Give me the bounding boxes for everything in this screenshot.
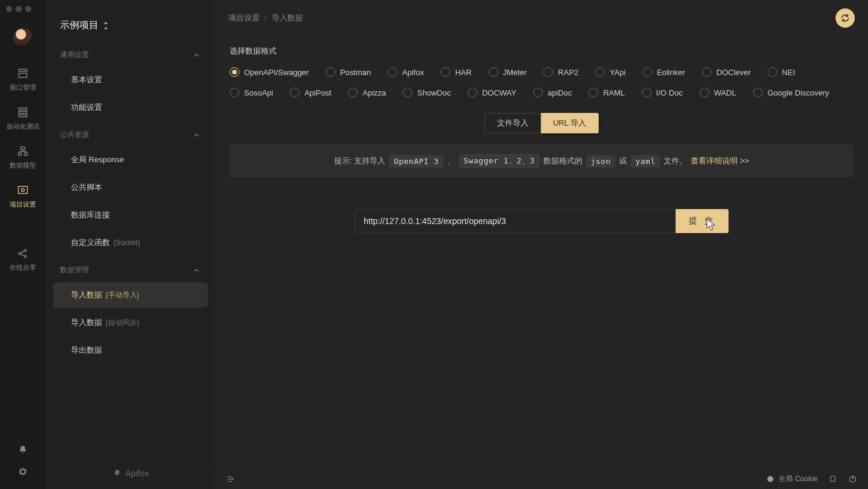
format-option[interactable]: SosoApi — [230, 88, 273, 97]
refresh-icon — [840, 13, 850, 23]
model-icon — [17, 145, 29, 157]
section-general[interactable]: 通用设置 — [46, 41, 215, 66]
nav-label: 公共脚本 — [71, 183, 102, 192]
format-label: Apizza — [362, 88, 386, 97]
format-option[interactable]: apiDoc — [533, 88, 572, 97]
section-data-management[interactable]: 数据管理 — [46, 257, 215, 281]
breadcrumb-root[interactable]: 项目设置 — [228, 13, 260, 23]
url-input[interactable] — [355, 209, 676, 233]
svg-point-13 — [768, 476, 774, 482]
rail-data-model[interactable]: 数据模型 — [0, 138, 46, 177]
format-option[interactable]: WADL — [700, 88, 736, 97]
format-option[interactable]: DOClever — [702, 67, 751, 77]
format-option[interactable]: DOCWAY — [468, 88, 516, 97]
svg-rect-0 — [19, 69, 26, 71]
hint-pill-openapi3: OpenAPI 3 — [389, 155, 444, 168]
tab-url-import[interactable]: URL 导入 — [541, 113, 599, 133]
nav-label: 自定义函数 — [71, 238, 110, 247]
format-label: apiDoc — [548, 88, 572, 97]
format-option[interactable]: RAML — [588, 88, 625, 97]
nav-import-manual[interactable]: 导入数据 (手动导入) — [53, 282, 208, 308]
format-option[interactable]: YApi — [595, 67, 626, 77]
sort-icon — [102, 22, 109, 30]
format-option[interactable]: NEI — [768, 67, 795, 77]
nav-custom-functions[interactable]: 自定义函数 (Socket) — [53, 230, 208, 255]
collapse-panel-icon[interactable] — [226, 475, 235, 484]
format-label: WADL — [714, 88, 736, 97]
radio-circle-icon — [348, 88, 358, 97]
nav-label: 功能设置 — [71, 103, 102, 112]
nav-global-response[interactable]: 全局 Response — [53, 147, 208, 172]
avatar[interactable] — [13, 28, 32, 47]
svg-point-9 — [22, 189, 25, 192]
format-option[interactable]: Google Discovery — [753, 88, 830, 97]
bell-icon[interactable] — [17, 445, 28, 455]
section-title: 通用设置 — [60, 50, 89, 60]
global-cookie-button[interactable]: 全局 Cookie — [766, 474, 818, 484]
format-label: OpenAPI/Swagger — [244, 68, 309, 77]
hint-text: 或 — [619, 156, 627, 166]
format-option[interactable]: HAR — [441, 67, 471, 77]
format-option[interactable]: RAP2 — [543, 67, 578, 77]
radio-circle-icon — [326, 67, 335, 77]
rail-share-online[interactable]: 在线分享 — [0, 240, 46, 279]
nav-feature-settings[interactable]: 功能设置 — [53, 95, 208, 120]
submit-button[interactable]: 提 交 — [676, 209, 729, 233]
cookie-label: 全局 Cookie — [778, 474, 818, 484]
rail-project-settings[interactable]: 项目设置 — [0, 177, 46, 216]
format-label: Eolinker — [657, 68, 685, 77]
gear-icon[interactable] — [17, 466, 28, 477]
format-option[interactable]: ShowDoc — [403, 88, 451, 97]
section-title: 公共资源 — [60, 130, 89, 140]
format-label: Postman — [340, 68, 371, 77]
rail-label: 数据模型 — [10, 161, 36, 170]
nav-public-scripts[interactable]: 公共脚本 — [53, 175, 208, 200]
project-switcher[interactable]: 示例项目 — [46, 0, 215, 41]
extension-icon[interactable] — [828, 475, 837, 484]
radio-circle-icon — [700, 88, 709, 97]
hint-pill-yaml: yaml — [631, 155, 660, 168]
nav-export-data[interactable]: 导出数据 — [53, 338, 208, 363]
radio-circle-icon — [230, 67, 239, 77]
radio-circle-icon — [290, 88, 299, 97]
format-option[interactable]: ApiPost — [290, 88, 331, 97]
rail-automation-test[interactable]: 自动化测试 — [0, 99, 46, 138]
nav-db-connection[interactable]: 数据库连接 — [53, 202, 208, 228]
hint-details-link[interactable]: 查看详细说明 >> — [691, 156, 749, 166]
format-option[interactable]: OpenAPI/Swagger — [230, 67, 309, 77]
format-option[interactable]: Eolinker — [643, 67, 685, 77]
settings-box-icon — [17, 184, 29, 196]
format-label: RAP2 — [558, 68, 578, 77]
format-label: I/O Doc — [656, 88, 683, 97]
format-option[interactable]: Apizza — [348, 88, 386, 97]
format-section-title: 选择数据格式 — [230, 46, 854, 56]
rail-label: 自动化测试 — [7, 122, 40, 131]
format-label: ApiPost — [304, 88, 331, 97]
hint-text: 提示: 支持导入 — [334, 156, 385, 166]
nav-sublabel: (手动导入) — [106, 291, 139, 299]
radio-circle-icon — [643, 67, 652, 77]
hint-pill-json: json — [586, 155, 616, 168]
format-label: Google Discovery — [768, 88, 830, 97]
format-option[interactable]: Postman — [326, 67, 371, 77]
radio-circle-icon — [753, 88, 763, 97]
brand-name: Apifox — [126, 469, 149, 478]
nav-import-auto[interactable]: 导入数据 (自动同步) — [53, 310, 208, 335]
format-label: SosoApi — [244, 88, 273, 97]
refresh-button[interactable] — [836, 8, 855, 28]
radio-circle-icon — [230, 88, 239, 97]
section-public-resources[interactable]: 公共资源 — [46, 121, 215, 146]
format-option[interactable]: JMeter — [489, 67, 527, 77]
nav-basic-settings[interactable]: 基本设置 — [53, 67, 208, 93]
window-controls[interactable] — [6, 4, 31, 19]
hint-text: 数据格式的 — [543, 156, 582, 166]
format-option[interactable]: Apifox — [388, 67, 424, 77]
help-icon[interactable] — [848, 475, 857, 484]
flow-icon — [17, 106, 29, 118]
rail-api-management[interactable]: 接口管理 — [0, 60, 46, 99]
tab-file-import[interactable]: 文件导入 — [484, 113, 541, 133]
radio-circle-icon — [702, 67, 712, 77]
format-option[interactable]: I/O Doc — [642, 88, 683, 97]
nav-label: 全局 Response — [71, 155, 124, 164]
format-label: ShowDoc — [417, 88, 451, 97]
